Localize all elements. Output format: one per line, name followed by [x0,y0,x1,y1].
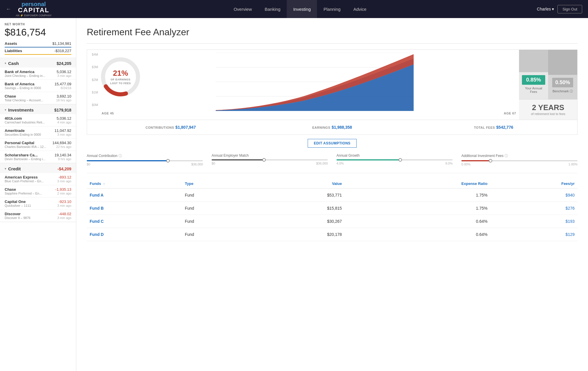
col-header-fees-yr[interactable]: Fees/yr [490,179,578,188]
nav-planning[interactable]: Planning [317,0,347,18]
divider [87,43,578,44]
fund-value-cell: $30,267 [251,215,345,228]
info-icon[interactable]: ⓘ [504,154,508,158]
earnings-label: EARNINGS [312,126,330,129]
account-name: Bank of America [5,70,34,74]
nav-right: Charles ▾ Sign Out [537,5,582,13]
nav-advice[interactable]: Advice [347,0,373,18]
sign-out-button[interactable]: Sign Out [557,5,582,13]
account-time: 3 min ago [57,216,71,220]
list-item[interactable]: Bank of America 15,477.09 Savings – Endi… [0,80,76,92]
fee-panel: 0.85% Your Annual Fees 0.50% Benchmark [519,50,577,120]
fund-expense-ratio-cell: 0.64% [345,215,490,228]
fund-name-link[interactable]: Fund D [90,232,104,237]
logo-personal: personal [22,1,46,7]
fund-name-link[interactable]: Fund C [90,219,104,224]
account-name: Personal Capital [5,141,34,145]
group-header-cash[interactable]: ▾ Cash $24,205 [0,58,76,68]
fund-expense-ratio-cell: 1.75% [345,202,490,215]
list-item[interactable]: Chase 3,692.10 Total Checking – Account.… [0,92,76,104]
info-icon[interactable]: ⓘ [118,154,122,158]
list-item[interactable]: 401k.com 5,036.12 Carmichael Industries … [0,114,76,126]
account-time: 4 min ago [57,121,71,124]
fund-name-cell: Fund A [87,188,182,202]
slider-range: 4.0% 9.0% [336,162,453,165]
fund-name-link[interactable]: Fund B [90,206,104,211]
list-item[interactable]: Chase -1,935.13 Sapphire Preferred – En.… [0,185,76,197]
nav-links: Overview Banking Investing Planning Advi… [63,0,537,18]
slider-track[interactable] [461,160,578,161]
col-header-value[interactable]: Value [251,179,345,188]
years-number: 2 YEARS [522,103,574,112]
slider-track[interactable] [212,159,328,160]
annual-employer-match-slider: Annual Employer Match $0 $36,000 [212,153,328,166]
fund-name-link[interactable]: Fund A [90,193,104,197]
list-item[interactable]: American Express -893.12 Blue Cash Prefe… [0,173,76,185]
account-sub: Securities Ending in 0000 [5,133,41,136]
donut-center: 21% OF EARNINGS LOST TO FEES [110,69,131,85]
list-item[interactable]: Personal Capital 144,694.30 Charles Bart… [0,139,76,151]
list-item[interactable]: Ameritrade 11,047.92 Securities Ending i… [0,126,76,139]
page-title: Retirement Fee Analyzer [87,27,578,38]
sidebar: NET WORTH + $816,754 Assets $1,134,981 L… [0,18,76,371]
back-button[interactable]: ← [6,6,11,12]
main-layout: NET WORTH + $816,754 Assets $1,134,981 L… [0,18,588,371]
contributions-value: $1,807,947 [176,125,196,130]
slider-fill [461,160,490,161]
account-name: Discover [5,212,21,216]
account-time: 22 hrs ago [56,145,71,149]
fund-type-cell: Fund [182,188,251,202]
total-fees-value: $542,776 [496,125,513,130]
group-total-cash: $24,205 [56,61,71,66]
table-row: Fund A Fund $53,771 1.75% $940 [87,188,578,202]
group-header-investments[interactable]: ▾ Investments $179,918 [0,105,76,114]
col-header-funds[interactable]: Funds ↑ [87,179,182,188]
slider-range: 0.00% 1.00% [461,162,578,166]
slider-thumb[interactable] [489,159,492,162]
list-item[interactable]: Capital One -923.10 Quicksilver – 1111 3… [0,197,76,210]
group-name-investments: Investments [8,107,34,112]
account-sub: Carmichael Industries Reti... [5,121,45,124]
account-sub: Sapphire Preferred – En... [5,192,42,195]
group-header-credit[interactable]: ▾ Credit -$4,209 [0,163,76,173]
user-menu[interactable]: Charles ▾ [537,7,554,11]
annual-employer-match-label: Annual Employer Match [212,153,328,158]
account-name: Ameritrade [5,128,25,133]
top-navigation: ← personal CAPITAL AN ⚡ EMPOWER COMPANY … [0,0,588,18]
col-header-expense-ratio[interactable]: Expense Ratio [345,179,490,188]
list-item[interactable]: Bank of America 5,036.12 Joint Checking … [0,68,76,80]
fund-expense-ratio-cell: 1.75% [345,188,490,202]
net-worth-section: NET WORTH + $816,754 Assets $1,134,981 L… [0,18,76,58]
slider-thumb[interactable] [262,158,266,162]
net-worth-label: NET WORTH [5,23,25,26]
account-time: 3 min ago [57,74,71,77]
edit-assumptions-button[interactable]: EDIT ASSUMPTIONS [308,139,357,148]
area-chart [102,53,528,111]
account-group-credit: ▾ Credit -$4,209 American Express -893.1… [0,163,76,222]
chart-container: $4M $3M $2M $1M $0M [87,50,519,120]
fund-expense-ratio-cell: 0.64% [345,228,490,241]
main-content: Retirement Fee Analyzer $4M $3M $2M $1M … [76,18,588,371]
nav-banking[interactable]: Banking [258,0,287,18]
account-sub: Charles Bartowski IRA – 12... [5,145,46,149]
nav-investing[interactable]: Investing [287,0,317,18]
slider-thumb[interactable] [399,158,402,162]
net-worth-value: $816,754 [5,27,71,38]
donut-text: OF EARNINGS LOST TO FEES [110,78,131,85]
list-item[interactable]: Discover -448.02 Discover It – 9876 3 mi… [0,210,76,222]
account-time: 3 min ago [57,133,71,136]
fund-name-cell: Fund B [87,202,182,215]
slider-thumb[interactable] [166,159,170,162]
years-label: of retirement lost to fees [522,112,574,116]
slider-track[interactable] [87,160,203,161]
fund-name-cell: Fund C [87,215,182,228]
slider-track[interactable] [336,159,453,160]
table-row: Fund C Fund $30,267 0.64% $193 [87,215,578,228]
list-item[interactable]: Scholarshare Ca... 19,140.34 Devin Barto… [0,151,76,163]
nav-overview[interactable]: Overview [227,0,258,18]
group-name-cash: Cash [8,61,19,66]
info-icon[interactable]: ⓘ [570,89,573,93]
account-sub: Quicksilver – 1111 [5,204,31,207]
col-header-type[interactable]: Type [182,179,251,188]
account-name: 401k.com [5,116,22,121]
